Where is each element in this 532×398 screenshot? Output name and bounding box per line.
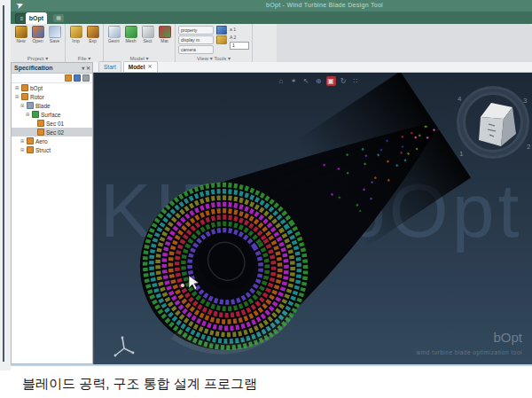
svg-text:2: 2	[527, 143, 531, 151]
ribbon-group-view: propertydisplay mcameraa 1A 21View ▾ Too…	[176, 24, 253, 62]
panel-header-buttons[interactable]: ▾ ✕	[82, 63, 90, 74]
bopt-logo-text: bOpt	[493, 330, 522, 345]
viewport-tool-2-icon[interactable]: ↖	[301, 76, 311, 86]
mouse-cursor-icon: ➤	[14, 0, 25, 11]
viewport-tool-3-icon[interactable]: ⊕	[314, 76, 324, 86]
viewport-tool-4-icon[interactable]: ▣	[326, 76, 336, 86]
ribbon-tab-row: ≡ bOpt ▦	[11, 12, 532, 24]
tree-node-icon	[21, 93, 28, 100]
tree-node-icon	[27, 102, 34, 109]
viewport-tool-5-icon[interactable]: ↻	[339, 76, 348, 86]
viewport-tool-0-icon[interactable]: ⌂	[277, 76, 286, 86]
tree-item-label: Sec 01	[46, 121, 64, 127]
tree-item-label: Sec 02	[46, 129, 64, 136]
view-side-icon-1[interactable]	[216, 35, 227, 44]
left-margin-strip	[0, 0, 11, 371]
ribbon-icon-label: Mesh	[125, 38, 136, 43]
exp-icon[interactable]	[87, 26, 99, 38]
tree-expander-icon[interactable]: ⊞	[26, 112, 30, 117]
nav-cube-front[interactable]	[479, 117, 504, 146]
ribbon-icon-label: Save	[50, 38, 59, 43]
view-tab-model[interactable]: Model✕	[123, 61, 158, 72]
ribbon-tab-ghost[interactable]: ▦	[53, 14, 64, 22]
tree-item-sec-01[interactable]: Sec 01	[12, 119, 92, 128]
tree-item-label: Struct	[35, 147, 51, 153]
viewport-tool-6-icon[interactable]: ∷	[351, 76, 361, 86]
ribbon-group-label[interactable]: Project ▾	[13, 55, 62, 61]
ribbon-group-label[interactable]: View ▾ Tools ▾	[178, 55, 249, 61]
view-side-icon-0[interactable]	[216, 26, 227, 35]
tree-item-struct[interactable]: ⊞Struct	[12, 145, 92, 154]
screenshot-stage: ➤ bOpt - Wind Turbine Blade Design Tool …	[0, 0, 532, 398]
panel-tool-icon-0[interactable]	[65, 74, 72, 82]
window-title: bOpt - Wind Turbine Blade Design Tool	[266, 2, 383, 8]
tree-expander-icon[interactable]: ⊞	[20, 103, 25, 108]
panel-header: Specification ▾ ✕	[12, 63, 92, 74]
svg-text:1: 1	[459, 150, 464, 158]
tree-node-icon	[27, 146, 34, 153]
blade-mesh-canvas[interactable]: 3214	[94, 73, 532, 364]
tree-node-icon	[21, 84, 28, 91]
tree-expander-icon[interactable]: ⊞	[20, 147, 25, 152]
new-icon[interactable]	[15, 26, 27, 38]
tab-close-icon[interactable]: ✕	[148, 62, 153, 72]
nav-orientation-wheel[interactable]: 3214	[458, 90, 531, 158]
tree-expander-icon[interactable]: ⊞	[15, 94, 20, 99]
ribbon-group-label[interactable]: Model ▾	[106, 55, 172, 61]
panel-sub-toolbar	[12, 74, 92, 83]
3d-viewport[interactable]: KIER bOpt	[93, 73, 532, 364]
blade-mesh	[108, 73, 482, 364]
tree-item-label: bOpt	[30, 85, 43, 91]
tree-node-icon	[32, 111, 39, 118]
mat-icon[interactable]	[159, 26, 171, 38]
geom-icon[interactable]	[108, 26, 121, 38]
imp-icon[interactable]	[70, 26, 82, 38]
panel-tool-icon-1[interactable]	[74, 74, 81, 82]
tree-expander-icon[interactable]: ⊞	[20, 138, 25, 144]
sect-icon[interactable]	[142, 26, 154, 38]
save-icon[interactable]	[49, 26, 61, 38]
svg-text:4: 4	[458, 95, 462, 103]
tree-item-bopt[interactable]: ⊞bOpt	[12, 83, 92, 92]
tree-node-icon	[27, 137, 34, 144]
tree-item-label: Surface	[41, 112, 60, 118]
tree-item-label: Rotor	[30, 94, 44, 100]
camera-button[interactable]: camera	[178, 45, 214, 54]
mesh-icon[interactable]	[125, 26, 137, 38]
tree-item-sec-02[interactable]: Sec 02	[12, 128, 92, 137]
tree-expander-icon[interactable]: ⊞	[15, 85, 20, 90]
title-bar: ➤ bOpt - Wind Turbine Blade Design Tool	[11, 0, 532, 12]
ribbon-group-label[interactable]: File ▾	[68, 55, 100, 61]
tree-item-surface[interactable]: ⊞Surface	[12, 110, 92, 119]
panel-tool-icon-2[interactable]	[82, 74, 90, 82]
view-scale-input[interactable]: 1	[230, 42, 249, 50]
model-tree: ⊞bOpt⊞Rotor⊞Blade⊞Surface Sec 01 Sec 02⊞…	[12, 83, 92, 363]
ribbon-toolbar: NewOpenSaveProject ▾ImpExpFile ▾GeomMesh…	[11, 24, 277, 62]
ribbon-group-2: GeomMeshSectMatModel ▾	[104, 24, 176, 62]
tree-item-aero[interactable]: ⊞Aero	[12, 137, 92, 145]
viewport-tool-1-icon[interactable]: ✶	[289, 76, 299, 86]
display-m-button[interactable]: display m	[178, 35, 214, 44]
ribbon-icon-label: Mat	[160, 38, 168, 43]
ribbon-group-0: NewOpenSaveProject ▾	[11, 24, 66, 62]
ribbon-icon-label: Geom	[108, 38, 121, 43]
ribbon-group-1: ImpExpFile ▾	[66, 24, 104, 62]
tree-item-rotor[interactable]: ⊞Rotor	[12, 92, 92, 101]
caption-bar: 블레이드 공력, 구조 통합 설계 프로그램	[0, 371, 532, 398]
view-mini-label: a 1	[230, 26, 249, 33]
panel-title: Specification	[14, 65, 53, 71]
view-tab-start[interactable]: Start	[98, 61, 121, 72]
caption-text: 블레이드 공력, 구조 통합 설계 프로그램	[22, 376, 257, 393]
open-icon[interactable]	[32, 26, 44, 38]
ribbon-tab-active[interactable]: bOpt	[26, 12, 47, 24]
ribbon-icon-label: Open	[32, 38, 43, 43]
bopt-logo-subtext: wind turbine blade optimization tool	[416, 349, 522, 355]
ribbon-icon-label: New	[16, 38, 25, 43]
app-window: ➤ bOpt - Wind Turbine Blade Design Tool …	[11, 0, 532, 364]
svg-text:3: 3	[523, 97, 528, 105]
property-button[interactable]: property	[178, 26, 214, 35]
tree-item-blade[interactable]: ⊞Blade	[12, 101, 92, 110]
view-tab-strip: StartModel✕	[93, 62, 532, 73]
model-tree-panel: Specification ▾ ✕ ⊞bOpt⊞Rotor⊞Blade⊞Surf…	[11, 62, 93, 364]
window-bottom-edge	[11, 364, 532, 366]
